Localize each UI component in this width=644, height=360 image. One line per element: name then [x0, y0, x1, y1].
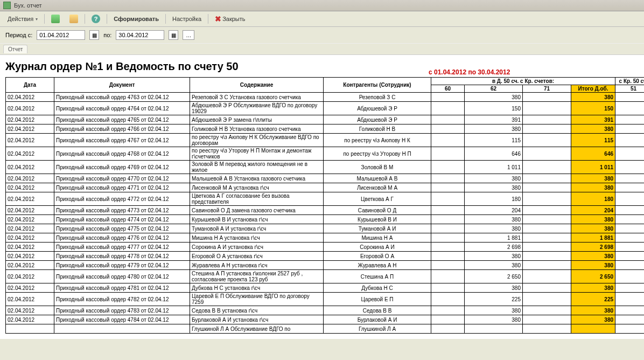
col-60: 60 [431, 85, 465, 93]
cell-62: 380 [465, 215, 523, 224]
cell-71 [523, 283, 571, 293]
table-row[interactable]: 02.04.2012Приходный кассовый ордер 4771 … [6, 183, 645, 192]
cell-71 [523, 102, 571, 115]
col-total: Итого Д.об. [571, 85, 615, 93]
period-bar: Период с: ▦ по: ▦ … [0, 27, 644, 44]
cell-total: 646 [571, 147, 615, 161]
plus-icon [51, 15, 60, 23]
cell-62: 380 [465, 283, 523, 293]
table-row[interactable]: Глушкиной Л А Обслуживание ВДГО поГлушки… [6, 324, 645, 334]
table-row[interactable]: 02.04.2012Приходный кассовый ордер 4778 … [6, 252, 645, 261]
table-row[interactable]: 02.04.2012Приходный кассовый ордер 4782 … [6, 293, 645, 306]
table-row[interactable]: 02.04.2012Приходный кассовый ордер 4773 … [6, 206, 645, 215]
table-row[interactable]: 02.04.2012Приходный кассовый ордер 4765 … [6, 115, 645, 124]
report-range: с 01.04.2012 по 30.04.2012 [429, 68, 639, 76]
table-row[interactable]: 02.04.2012Приходный кассовый ордер 4779 … [6, 261, 645, 270]
help-button[interactable]: ? [88, 13, 103, 24]
tab-report[interactable]: Отчет [3, 45, 27, 53]
table-row[interactable]: 02.04.2012Приходный кассовый ордер 4781 … [6, 283, 645, 293]
cell-total: 380 [571, 283, 615, 293]
cell-doc: Приходный кассовый ордер 4772 от 02.04.1… [54, 192, 190, 206]
cell-62: 225 [465, 293, 523, 306]
cell-agent: Мишина Н А [324, 233, 431, 243]
calendar-to-icon[interactable]: ▦ [169, 30, 178, 40]
cell-date: 02.04.2012 [6, 115, 54, 124]
cell-51 [615, 243, 644, 252]
cell-desc: Абдюшевой Э Р Обслуживание ВДГО по догов… [190, 102, 324, 115]
cell-doc: Приходный кассовый ордер 4765 от 02.04.1… [54, 115, 190, 124]
cell-60 [431, 270, 465, 283]
table-row[interactable]: 02.04.2012Приходный кассовый ордер 4767 … [6, 134, 645, 147]
date-to-input[interactable] [116, 30, 164, 40]
cell-60 [431, 293, 465, 306]
cell-60 [431, 283, 465, 293]
add-button[interactable] [48, 13, 63, 24]
cell-51 [615, 124, 644, 134]
cell-60 [431, 134, 465, 147]
actions-dropdown[interactable]: Действия [4, 15, 41, 23]
cell-60 [431, 174, 465, 183]
cell-71 [523, 315, 571, 324]
report-title: Журнал ордер №1 и Ведомость по счету 50 [5, 60, 429, 73]
table-row[interactable]: 02.04.2012Приходный кассовый ордер 4776 … [6, 233, 645, 243]
cell-total: 380 [571, 174, 615, 183]
cell-date: 02.04.2012 [6, 161, 54, 174]
cell-51 [615, 174, 644, 183]
table-row[interactable]: 02.04.2012Приходный кассовый ордер 4763 … [6, 93, 645, 102]
cell-total: 150 [571, 102, 615, 115]
table-row[interactable]: 02.04.2012Приходный кассовый ордер 4768 … [6, 147, 645, 161]
table-row[interactable]: 02.04.2012Приходный кассовый ордер 4772 … [6, 192, 645, 206]
cell-total: 1 011 [571, 161, 615, 174]
cell-desc: Бурлаковой А И установка г\сч [190, 315, 324, 324]
table-row[interactable]: 02.04.2012Приходный кассовый ордер 4775 … [6, 224, 645, 233]
date-from-input[interactable] [37, 30, 85, 40]
table-row[interactable]: 02.04.2012Приходный кассовый ордер 4764 … [6, 102, 645, 115]
table-row[interactable]: 02.04.2012Приходный кассовый ордер 4770 … [6, 174, 645, 183]
report-area: Журнал ордер №1 и Ведомость по счету 50 … [0, 55, 644, 339]
cell-60 [431, 102, 465, 115]
cell-62: 646 [465, 147, 523, 161]
cell-date: 02.04.2012 [6, 224, 54, 233]
settings-button[interactable]: Настройка [169, 15, 205, 23]
cell-date: 02.04.2012 [6, 283, 54, 293]
cell-total: 380 [571, 315, 615, 324]
close-icon: ✖ [215, 15, 221, 23]
cell-62: 2 698 [465, 243, 523, 252]
table-row[interactable]: 02.04.2012Приходный кассовый ордер 4766 … [6, 124, 645, 134]
calendar-from-icon[interactable]: ▦ [89, 30, 99, 40]
table-row[interactable]: 02.04.2012Приходный кассовый ордер 4774 … [6, 215, 645, 224]
cell-total: 2 650 [571, 270, 615, 283]
col-71: 71 [523, 85, 571, 93]
cell-71 [523, 206, 571, 215]
period-picker-button[interactable]: … [183, 30, 194, 40]
cell-total: 380 [571, 306, 615, 315]
table-row[interactable]: 02.04.2012Приходный кассовый ордер 4784 … [6, 315, 645, 324]
cell-62: 180 [465, 192, 523, 206]
table-row[interactable]: 02.04.2012Приходный кассовый ордер 4777 … [6, 243, 645, 252]
table-row[interactable]: 02.04.2012Приходный кассовый ордер 4780 … [6, 270, 645, 283]
edit-button[interactable] [66, 13, 81, 24]
close-button[interactable]: ✖ Закрыть [212, 13, 248, 24]
period-to-label: по: [103, 32, 111, 38]
cell-doc: Приходный кассовый ордер 4764 от 02.04.1… [54, 102, 190, 115]
cell-doc: Приходный кассовый ордер 4778 от 02.04.1… [54, 252, 190, 261]
cell-doc: Приходный кассовый ордер 4766 от 02.04.1… [54, 124, 190, 134]
cell-60 [431, 261, 465, 270]
cell-doc: Приходный кассовый ордер 4771 от 02.04.1… [54, 183, 190, 192]
cell-51 [615, 283, 644, 293]
cell-desc: Мишина Н А установка г\сч [190, 233, 324, 243]
cell-agent: Глушкиной Л А [324, 324, 431, 334]
cell-71 [523, 252, 571, 261]
cell-total: 1 881 [571, 233, 615, 243]
cell-60 [431, 315, 465, 324]
cell-agent: Егоровой О А [324, 252, 431, 261]
cell-total: 380 [571, 124, 615, 134]
col-date: Дата [6, 78, 54, 93]
form-button[interactable]: Сформировать [110, 15, 162, 23]
cell-51 [615, 293, 644, 306]
table-row[interactable]: 02.04.2012Приходный кассовый ордер 4769 … [6, 161, 645, 174]
cell-desc: Голиковой Н В Установка газового счетчик… [190, 124, 324, 134]
table-row[interactable]: 02.04.2012Приходный кассовый ордер 4783 … [6, 306, 645, 315]
cell-62: 380 [465, 183, 523, 192]
cell-62: 2 650 [465, 270, 523, 283]
